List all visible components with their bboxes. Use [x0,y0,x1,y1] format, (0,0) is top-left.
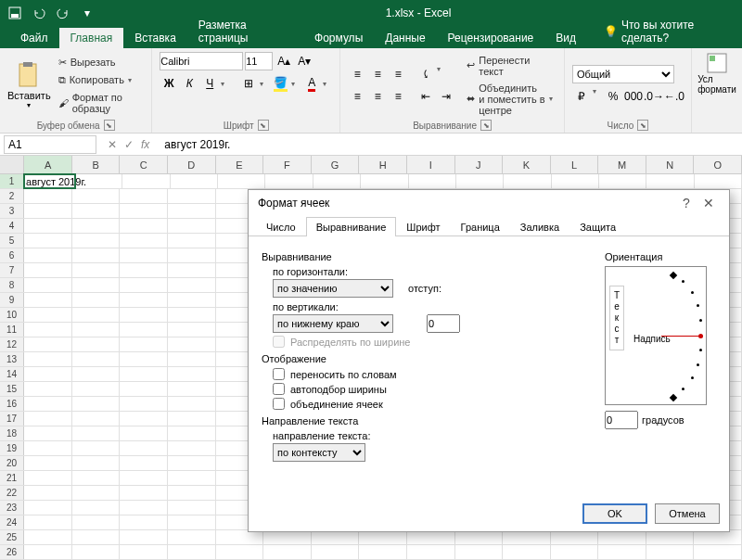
cell[interactable] [168,337,216,351]
qat-customize-icon[interactable]: ▾ [76,4,98,22]
autofit-checkbox[interactable] [273,383,285,395]
tab-insert[interactable]: Вставка [123,28,187,48]
cell[interactable] [24,397,72,411]
cell[interactable] [72,515,121,529]
decrease-decimal-icon[interactable]: ←.0 [665,87,684,106]
increase-decimal-icon[interactable]: .0→ [645,87,663,106]
align-middle-icon[interactable]: ≡ [368,65,387,83]
cell[interactable] [24,219,72,233]
cell[interactable] [216,545,264,559]
cell[interactable] [72,352,121,366]
merge-center-button[interactable]: ⬌Объединить и поместить в центре▾ [463,81,556,118]
wrap-text-button[interactable]: ↩Перенести текст [463,53,556,79]
cell[interactable] [72,323,121,337]
cell[interactable] [503,530,551,544]
cell[interactable] [120,545,168,559]
cell[interactable] [120,308,168,322]
row-header-17[interactable]: 17 [0,412,24,426]
cell[interactable] [24,263,72,277]
italic-button[interactable]: К [180,74,198,93]
cell[interactable] [72,530,121,544]
cell[interactable] [168,263,216,277]
cell[interactable] [72,293,121,307]
dlg-tab-font[interactable]: Шрифт [396,217,450,236]
cell[interactable] [24,248,72,262]
row-header-21[interactable]: 21 [0,471,24,485]
cell[interactable] [168,248,216,262]
alignment-dialog-launcher[interactable]: ⬊ [480,120,492,131]
paste-button[interactable]: Вставить ▾ [7,52,51,118]
row-header-8[interactable]: 8 [0,278,24,292]
row-header-22[interactable]: 22 [0,486,24,500]
cell[interactable] [24,293,72,307]
cell[interactable] [168,204,216,218]
cell[interactable] [171,174,218,188]
cell[interactable] [313,174,361,188]
fill-color-button[interactable]: 🪣 [271,74,289,93]
cell[interactable] [168,456,216,470]
fx-icon[interactable]: fx [141,138,149,151]
cell[interactable] [409,174,456,188]
cell[interactable] [551,530,599,544]
font-color-button[interactable]: A [302,74,321,93]
col-header-B[interactable]: B [72,156,121,173]
cancel-formula-icon[interactable]: ✕ [108,138,117,151]
cell[interactable]: август 2019г. [24,174,75,188]
orientation-control[interactable]: Текст Надпись [605,266,707,405]
row-header-26[interactable]: 26 [0,545,24,559]
number-format-select[interactable]: Общий [572,65,674,83]
align-top-icon[interactable]: ≡ [348,65,366,83]
cell[interactable] [168,441,216,455]
cell[interactable] [168,501,216,515]
cell[interactable] [218,174,265,188]
row-header-7[interactable]: 7 [0,263,24,277]
cell[interactable] [24,545,72,559]
cell[interactable] [24,367,72,381]
align-right-icon[interactable]: ≡ [389,87,407,106]
row-header-14[interactable]: 14 [0,367,24,381]
cell[interactable] [168,426,216,440]
vertical-select[interactable]: по нижнему краю [273,314,393,333]
cell[interactable] [168,219,216,233]
row-header-19[interactable]: 19 [0,441,24,455]
cell[interactable] [168,278,216,292]
cell[interactable] [120,486,168,500]
cell[interactable] [120,397,168,411]
col-header-L[interactable]: L [551,156,599,173]
cell[interactable] [695,174,742,188]
cell[interactable] [120,323,168,337]
cell[interactable] [120,263,168,277]
cell[interactable] [24,204,72,218]
cell[interactable] [72,426,121,440]
cell[interactable] [120,515,168,529]
dlg-tab-number[interactable]: Число [256,217,306,236]
select-all-corner[interactable] [0,156,24,173]
tab-review[interactable]: Рецензирование [437,28,545,48]
cell[interactable] [120,382,168,396]
tab-layout[interactable]: Разметка страницы [187,15,303,48]
cell[interactable] [120,412,168,426]
wrap-checkbox[interactable] [273,368,285,380]
col-header-E[interactable]: E [216,156,264,173]
horizontal-select[interactable]: по значению [273,279,393,298]
cell[interactable] [24,278,72,292]
cell[interactable] [168,471,216,485]
cell[interactable] [120,234,168,248]
tab-data[interactable]: Данные [374,28,436,48]
font-dialog-launcher[interactable]: ⬊ [258,120,269,131]
cell[interactable] [646,530,695,544]
cell[interactable] [263,545,312,559]
cell[interactable] [72,308,121,322]
cell[interactable] [455,530,504,544]
cell[interactable] [551,545,599,559]
cell[interactable] [216,530,264,544]
cell[interactable] [168,382,216,396]
cancel-button[interactable]: Отмена [655,503,720,524]
cell[interactable] [359,545,407,559]
cell[interactable] [24,234,72,248]
tab-formulas[interactable]: Формулы [303,28,374,48]
row-header-1[interactable]: 1 [0,174,24,188]
cell[interactable] [24,308,72,322]
cell[interactable] [168,323,216,337]
cell[interactable] [24,412,72,426]
